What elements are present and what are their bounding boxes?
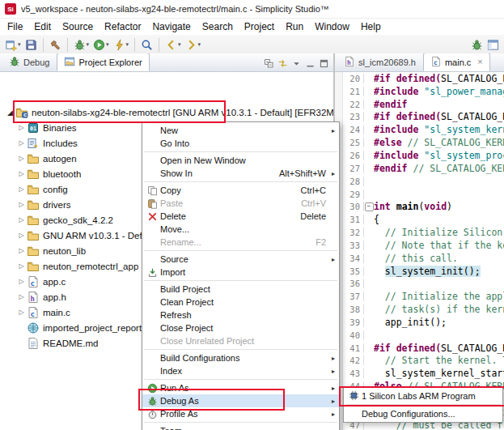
- menu-source[interactable]: Source: [57, 19, 99, 34]
- context-menu-item-copy[interactable]: CopyCtrl+C: [142, 184, 339, 197]
- perspective-ide-icon[interactable]: [485, 36, 501, 53]
- save-icon[interactable]: [23, 36, 39, 53]
- code-line-22[interactable]: 22#endif: [343, 98, 504, 111]
- new-wizard-icon[interactable]: ▾: [3, 36, 23, 53]
- code-line-29[interactable]: 29: [343, 188, 504, 201]
- code-line-42[interactable]: 42 // Start the kernel. Ta: [343, 355, 504, 368]
- context-menu-item-delete[interactable]: DeleteDelete: [142, 210, 339, 223]
- context-menu-item-index[interactable]: Index▸: [142, 364, 339, 377]
- code-line-21[interactable]: 21#include "sl_power_manage: [343, 85, 504, 98]
- context-menu-item-new[interactable]: New▸: [142, 124, 339, 137]
- code-line-30[interactable]: 30−int main(void): [343, 200, 504, 213]
- code-line-31[interactable]: 31{: [343, 213, 504, 226]
- code-line-33[interactable]: 33 // Note that if the kern: [343, 239, 504, 252]
- debug-icon[interactable]: ▾: [72, 36, 91, 53]
- line-number[interactable]: 36: [343, 279, 364, 288]
- code-line-38[interactable]: 38 // task(s) if the kernel: [343, 303, 504, 316]
- tree-expander-icon[interactable]: ▷: [16, 232, 27, 239]
- code-line-32[interactable]: 32 // Initialize Silicon La: [343, 226, 504, 239]
- dropdown-caret-icon[interactable]: ▾: [178, 41, 181, 48]
- code-line-20[interactable]: 20#if defined(SL_CATALOG_POW: [343, 72, 504, 85]
- code-line-35[interactable]: 35 sl_system_init();: [343, 265, 504, 278]
- code-line-43[interactable]: 43 sl_system_kernel_start(): [343, 367, 504, 380]
- line-number[interactable]: 37: [343, 292, 364, 301]
- tree-expander-icon[interactable]: ▷: [16, 185, 27, 193]
- context-menu-item-debug-as[interactable]: Debug As▸: [142, 394, 339, 407]
- line-number[interactable]: 24: [343, 125, 364, 134]
- line-number[interactable]: 28: [343, 177, 364, 186]
- perspective-debug-icon[interactable]: [469, 36, 485, 53]
- build-icon[interactable]: [48, 36, 63, 53]
- context-menu-item-open-in-new-window[interactable]: Open in New Window: [142, 154, 339, 167]
- view-menu-icon[interactable]: [290, 55, 303, 71]
- code-editor[interactable]: 20#if defined(SL_CATALOG_POW21#include "…: [343, 72, 504, 430]
- context-menu-item-team[interactable]: Team▸: [142, 424, 339, 430]
- menu-project[interactable]: Project: [239, 19, 280, 34]
- submenu-item-1-silicon-labs-arm-program[interactable]: 1 Silicon Labs ARM Program: [344, 389, 502, 402]
- context-menu-item-profile-as[interactable]: Profile As▸: [142, 407, 339, 420]
- code-line-34[interactable]: 34 // this call.: [343, 252, 504, 265]
- close-tab-icon[interactable]: ×: [477, 57, 482, 66]
- code-line-23[interactable]: 23#if defined(SL_CATALOG_KER: [343, 111, 504, 124]
- menu-refactor[interactable]: Refactor: [99, 19, 146, 34]
- menu-window[interactable]: Window: [309, 19, 355, 34]
- line-number[interactable]: 33: [343, 241, 364, 250]
- collapse-all-icon[interactable]: [262, 55, 276, 71]
- line-number[interactable]: 42: [343, 355, 364, 365]
- code-line-25[interactable]: 25#else // SL_CATALOG_KERNE: [343, 136, 504, 149]
- menu-run[interactable]: Run: [280, 19, 309, 34]
- back-icon[interactable]: ▾: [163, 36, 183, 53]
- context-menu-item-clean-project[interactable]: Clean Project: [142, 296, 339, 309]
- code-line-28[interactable]: 28: [343, 175, 504, 188]
- context-menu-item-move[interactable]: Move...: [142, 223, 339, 236]
- menu-navigate[interactable]: Navigate: [146, 19, 196, 34]
- tree-expander-icon[interactable]: ▷: [16, 278, 27, 285]
- line-number[interactable]: 34: [343, 253, 364, 263]
- dropdown-caret-icon[interactable]: ▾: [198, 41, 201, 48]
- tree-expander-icon[interactable]: ◢: [5, 109, 15, 117]
- tree-item-neuton-silabs-xg24-ble-remotectrl-gnu-ar[interactable]: ◢Cneuton-silabs-xg24-ble-remotectrl [GNU…: [0, 104, 333, 120]
- line-number[interactable]: 22: [343, 100, 364, 109]
- line-number[interactable]: 40: [343, 330, 364, 340]
- link-with-editor-icon[interactable]: [276, 55, 290, 71]
- line-number[interactable]: 27: [343, 164, 364, 173]
- view-tab-debug[interactable]: Debug: [2, 53, 57, 71]
- code-line-41[interactable]: 41#if defined(SL_CATALOG_KER: [343, 342, 504, 355]
- context-menu-item-close-project[interactable]: Close Project: [142, 321, 339, 334]
- tree-expander-icon[interactable]: ▷: [16, 155, 27, 162]
- tree-expander-icon[interactable]: ▷: [16, 216, 27, 224]
- dropdown-caret-icon[interactable]: ▾: [18, 41, 21, 48]
- editor-tab-main-c[interactable]: cmain.c×: [423, 53, 490, 71]
- tree-expander-icon[interactable]: ▷: [16, 309, 27, 316]
- submenu-item-debug-configurations[interactable]: Debug Configurations...: [344, 407, 502, 420]
- tree-expander-icon[interactable]: ▷: [16, 139, 27, 147]
- forward-icon[interactable]: ▾: [184, 36, 203, 53]
- line-number[interactable]: 21: [343, 87, 364, 96]
- code-line-39[interactable]: 39 app_init();: [343, 316, 504, 329]
- code-line-27[interactable]: 27#endif // SL_CATALOG_KERN: [343, 162, 504, 175]
- line-number[interactable]: 41: [343, 343, 364, 353]
- code-line-36[interactable]: 36: [343, 278, 504, 291]
- context-menu-item-run-as[interactable]: Run As▸: [142, 381, 339, 394]
- tree-expander-icon[interactable]: ▷: [16, 247, 27, 254]
- flash-programmer-icon[interactable]: ▾: [112, 36, 131, 53]
- menu-edit[interactable]: Edit: [28, 19, 57, 34]
- line-number[interactable]: 32: [343, 228, 364, 237]
- context-menu-item-import[interactable]: Import: [142, 266, 339, 279]
- line-number[interactable]: 26: [343, 151, 364, 160]
- view-tab-project-explorer[interactable]: Project Explorer: [57, 53, 149, 71]
- dropdown-caret-icon[interactable]: ▾: [106, 41, 109, 48]
- context-menu-item-source[interactable]: Source▸: [142, 253, 339, 266]
- context-menu-item-build-configurations[interactable]: Build Configurations▸: [142, 351, 339, 364]
- line-number[interactable]: 43: [343, 368, 364, 378]
- run-icon[interactable]: ▾: [91, 36, 111, 53]
- code-line-40[interactable]: 40: [343, 329, 504, 342]
- minimize-icon[interactable]: [303, 55, 317, 71]
- context-menu-item-build-project[interactable]: Build Project: [142, 283, 339, 296]
- fold-marker-icon[interactable]: −: [364, 202, 374, 211]
- context-menu-item-go-into[interactable]: Go Into: [142, 137, 339, 150]
- dropdown-caret-icon[interactable]: ▾: [126, 41, 129, 48]
- context-menu-item-refresh[interactable]: Refresh: [142, 309, 339, 321]
- context-menu-item-show-in[interactable]: Show InAlt+Shift+W▸: [142, 167, 339, 180]
- maximize-icon[interactable]: [317, 55, 331, 71]
